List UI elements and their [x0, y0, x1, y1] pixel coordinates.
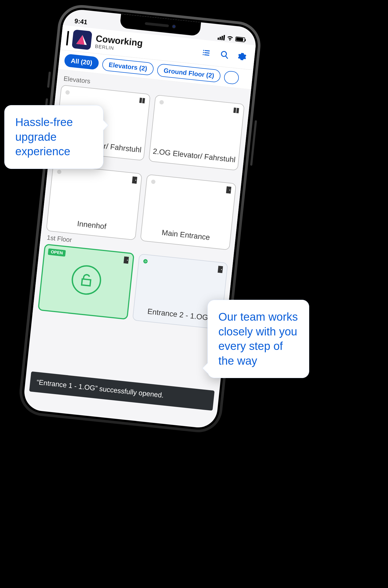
open-badge: OPEN: [48, 248, 66, 257]
chip-more[interactable]: [223, 71, 239, 85]
svg-point-4: [203, 54, 204, 55]
svg-line-6: [225, 56, 228, 59]
chip-ground-floor[interactable]: Ground Floor (2): [156, 63, 221, 83]
gear-icon[interactable]: [237, 52, 247, 61]
triangle-logo-icon: [76, 33, 88, 46]
door-icon: [123, 256, 129, 265]
status-time: 9:41: [74, 17, 88, 26]
svg-rect-11: [132, 176, 137, 184]
svg-rect-13: [226, 186, 231, 194]
svg-rect-15: [124, 256, 129, 264]
door-icon: [217, 266, 223, 274]
battery-icon: [235, 36, 245, 42]
door-card[interactable]: Innenhof: [46, 164, 142, 240]
status-dot-icon: [57, 169, 62, 174]
callout-text: Our team works closely with you every st…: [218, 310, 298, 367]
search-icon[interactable]: [220, 50, 229, 60]
door-card[interactable]: 2.OG Elevator/ Fahrstuhl: [148, 95, 245, 171]
menu-handle-icon[interactable]: [66, 31, 69, 45]
door-icon: [226, 186, 232, 195]
svg-point-3: [203, 52, 204, 53]
door-icon: [132, 176, 138, 185]
signal-icon: [218, 34, 225, 40]
svg-rect-10: [236, 108, 239, 113]
svg-rect-9: [233, 108, 236, 113]
svg-rect-8: [142, 98, 145, 103]
callout-right: Our team works closely with you every st…: [207, 300, 309, 378]
unlock-icon: [70, 264, 102, 296]
side-button: [47, 72, 51, 88]
svg-point-2: [203, 50, 204, 51]
chip-all[interactable]: All (20): [64, 54, 99, 70]
door-card-open[interactable]: OPEN: [38, 244, 135, 320]
svg-rect-7: [139, 98, 142, 103]
status-dot-icon: ⟳: [143, 259, 148, 264]
callout-left: Hassle-free upgrade experience: [4, 105, 103, 169]
list-view-icon[interactable]: [202, 48, 212, 58]
toast-message: “Entrance 1 - 1.OG” successfully opened.: [29, 371, 215, 411]
chip-elevators[interactable]: Elevators (2): [102, 58, 154, 76]
status-dot-icon: [65, 90, 70, 95]
status-dot-icon: [151, 179, 156, 184]
door-card[interactable]: Main Entrance: [140, 174, 236, 250]
status-dot-icon: [159, 100, 164, 105]
wifi-icon: [227, 36, 234, 41]
elevator-icon: [138, 97, 146, 106]
svg-rect-17: [218, 266, 223, 273]
app-logo[interactable]: [72, 29, 92, 50]
elevator-icon: [232, 107, 240, 116]
callout-text: Hassle-free upgrade experience: [15, 116, 73, 158]
